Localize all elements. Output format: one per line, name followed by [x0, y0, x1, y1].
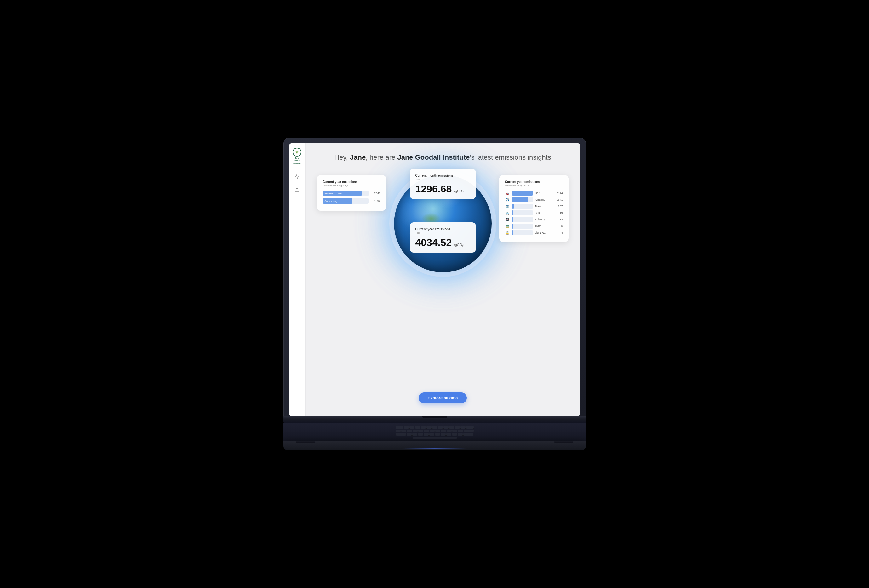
- key-e: [418, 433, 423, 435]
- laptop-bottom: [283, 441, 586, 450]
- vehicle-row-bus: 🚌 Bus 19: [505, 210, 563, 215]
- card-month-number: 1296.68: [415, 183, 452, 195]
- vehicle-row-tram: 🚃 Tram 6: [505, 224, 563, 229]
- sidebar: 🌿 JaneGoodallInstitute: [289, 143, 305, 416]
- key-space: [412, 437, 457, 439]
- vehicle-row-airplane: ✈️ Airplane 1641: [505, 197, 563, 202]
- vehicle-row-lightrail: 🚊 Light Rail 4: [505, 230, 563, 235]
- headline: Hey, Jane, here are Jane Goodall Institu…: [334, 153, 551, 163]
- headline-middle: , here are: [366, 153, 397, 161]
- icon-airplane: ✈️: [505, 197, 510, 202]
- key-tab: [396, 433, 406, 435]
- icon-train: 🚆: [505, 204, 510, 209]
- key-f2: [409, 426, 415, 429]
- card-month: Current month emissions Total 1296.68 kg…: [410, 169, 476, 199]
- logo: 🌿 JaneGoodallInstitute: [293, 148, 301, 164]
- sidebar-icon-upload[interactable]: [294, 187, 301, 193]
- key-f9: [449, 426, 454, 429]
- explore-button[interactable]: Explore all data: [418, 392, 466, 403]
- laptop-container: 🌿 JaneGoodallInstitute: [283, 138, 586, 450]
- card-category-subtitle: By category in kgCO2e: [323, 184, 381, 188]
- key-f7: [438, 426, 443, 429]
- key-f10: [455, 426, 460, 429]
- key-7: [430, 430, 434, 432]
- key-f11: [460, 426, 466, 429]
- bar-fill-business: Business Travel: [323, 191, 362, 196]
- screen-bezel: 🌿 JaneGoodallInstitute: [283, 138, 586, 416]
- laptop-foot-left: [296, 441, 315, 443]
- laptop-base: [283, 416, 586, 423]
- card-month-subtitle: Total: [415, 178, 470, 181]
- logo-icon: 🌿: [293, 148, 301, 157]
- card-year-subtitle: Total: [415, 231, 470, 234]
- key-r: [424, 433, 429, 435]
- logo-text: JaneGoodallInstitute: [293, 157, 301, 164]
- key-f6: [432, 426, 437, 429]
- key-t: [429, 433, 434, 435]
- key-w: [412, 433, 417, 435]
- card-year-value: 4034.52 kgCO2e: [415, 237, 470, 247]
- key-minus: [452, 430, 457, 432]
- card-year-title: Current year emissions: [415, 227, 470, 231]
- laptop-notch: [422, 416, 447, 418]
- key-f5: [427, 426, 432, 429]
- key-1: [396, 430, 400, 432]
- vehicle-row-subway: 🚇 Subway 14: [505, 217, 563, 222]
- keyboard-area: [283, 423, 586, 441]
- key-o: [452, 433, 457, 435]
- card-year-number: 4034.52: [415, 237, 452, 248]
- key-6: [424, 430, 429, 432]
- key-esc: [396, 426, 403, 429]
- vehicle-row-car: 🚗 Car 2144: [505, 191, 563, 196]
- card-month-value: 1296.68 kgCO2e: [415, 184, 470, 194]
- icon-car: 🚗: [505, 191, 510, 196]
- icon-light rail: 🚊: [505, 230, 510, 235]
- bar-label-business: Business Travel: [325, 192, 342, 195]
- key-f12: [466, 426, 474, 429]
- key-f8: [443, 426, 448, 429]
- card-category: Current year emissions By category in kg…: [317, 175, 386, 211]
- card-category-title: Current year emissions: [323, 180, 381, 184]
- key-y: [435, 433, 440, 435]
- bar-track-business: Business Travel: [323, 191, 369, 196]
- headline-user: Jane: [350, 153, 366, 161]
- key-i: [446, 433, 451, 435]
- headline-org: Jane Goodall Institute: [397, 153, 470, 161]
- dashboard-area: Current year emissions By category in kg…: [312, 172, 574, 279]
- bar-value-business: 2342: [371, 192, 381, 195]
- bar-label-commuting: Commuting: [325, 200, 337, 203]
- icon-bus: 🚌: [505, 210, 510, 215]
- bar-value-commuting: 1692: [371, 199, 381, 203]
- card-month-unit: kgCO2e: [452, 189, 465, 193]
- main-content: Hey, Jane, here are Jane Goodall Institu…: [305, 143, 580, 416]
- key-8: [435, 430, 440, 432]
- card-year-total: Current year emissions Total 4034.52 kgC…: [410, 222, 476, 253]
- card-vehicle-subtitle: By vehicle in kgCO2e: [505, 184, 563, 188]
- key-f3: [415, 426, 420, 429]
- icon-tram: 🚃: [505, 224, 510, 229]
- bar-row-commuting: Commuting 1692: [323, 198, 381, 204]
- bar-track-commuting: Commuting: [323, 198, 369, 204]
- vehicle-row-train: 🚆 Train 207: [505, 204, 563, 209]
- icon-subway: 🚇: [505, 217, 510, 222]
- key-0: [446, 430, 452, 432]
- sidebar-icon-analytics[interactable]: [294, 173, 301, 180]
- key-del: [464, 430, 474, 432]
- bar-row-business-travel: Business Travel 2342: [323, 191, 381, 196]
- key-q: [406, 433, 412, 435]
- card-year-unit: kgCO2e: [452, 243, 465, 247]
- card-month-title: Current month emissions: [415, 174, 470, 177]
- key-u: [440, 433, 446, 435]
- key-f4: [421, 426, 426, 429]
- headline-suffix: 's latest emissions insights: [470, 153, 551, 161]
- key-2: [401, 430, 406, 432]
- laptop-foot-right: [555, 441, 573, 443]
- key-eq: [458, 430, 463, 432]
- key-p: [458, 433, 463, 435]
- key-9: [441, 430, 446, 432]
- card-vehicle: Current year emissions By vehicle in kgC…: [499, 175, 568, 242]
- key-3: [407, 430, 412, 432]
- key-bracket: [463, 433, 473, 435]
- key-f1: [404, 426, 409, 429]
- key-5: [418, 430, 423, 432]
